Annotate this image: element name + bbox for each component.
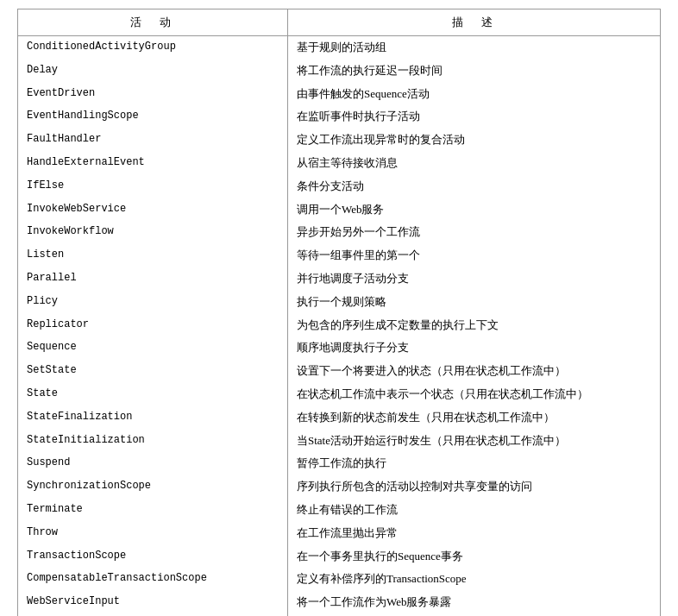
table-row: WebServiceInput将一个工作流作为Web服务暴露 <box>18 591 660 614</box>
activity-cell: Replicator <box>18 314 287 337</box>
description-cell: 终止有错误的工作流 <box>287 499 660 522</box>
activity-cell: WebServiceInput <box>18 591 287 614</box>
table-row: Throw在工作流里抛出异常 <box>18 522 660 545</box>
table-row: Terminate终止有错误的工作流 <box>18 499 660 522</box>
activity-cell: Suspend <box>18 452 287 475</box>
table-row: SynchronizationScope序列执行所包含的活动以控制对共享变量的访… <box>18 475 660 499</box>
table-row: StateInitialization当State活动开始运行时发生（只用在状态… <box>18 430 660 453</box>
table-row: IfElse条件分支活动 <box>18 175 660 198</box>
description-cell: 定义工作流出现异常时的复合活动 <box>287 129 660 152</box>
table-row: Parallel并行地调度子活动分支 <box>18 267 660 291</box>
activity-cell: Sequence <box>18 336 287 360</box>
table-row: TransactionScope在一个事务里执行的Sequence事务 <box>18 545 660 569</box>
activity-cell: ConditionedActivityGroup <box>18 36 287 60</box>
activity-cell: Parallel <box>18 267 287 291</box>
table-row: HandleExternalEvent从宿主等待接收消息 <box>18 152 660 175</box>
activity-cell: EventHandlingScope <box>18 105 287 129</box>
description-cell: 基于规则的活动组 <box>287 36 660 60</box>
header-activity: 活 动 <box>18 9 287 36</box>
description-cell: 暂停工作流的执行 <box>287 452 660 475</box>
table-row: EventHandlingScope在监听事件时执行子活动 <box>18 105 660 129</box>
description-cell: 等待一组事件里的第一个 <box>287 244 660 267</box>
table-row: ConditionedActivityGroup基于规则的活动组 <box>18 36 660 60</box>
description-cell: 在状态机工作流中表示一个状态（只用在状态机工作流中） <box>287 383 660 406</box>
table-row: Sequence顺序地调度执行子分支 <box>18 336 660 360</box>
table-row: Suspend暂停工作流的执行 <box>18 452 660 475</box>
description-cell: 设置下一个将要进入的状态（只用在状态机工作流中） <box>287 360 660 383</box>
table-row: Plicy执行一个规则策略 <box>18 291 660 314</box>
header-description: 描 述 <box>287 9 660 36</box>
description-cell: 在工作流里抛出异常 <box>287 522 660 545</box>
table-body: ConditionedActivityGroup基于规则的活动组Delay将工作… <box>18 36 660 617</box>
description-cell: 在转换到新的状态前发生（只用在状态机工作流中） <box>287 406 660 430</box>
table-row: StateFinalization在转换到新的状态前发生（只用在状态机工作流中） <box>18 406 660 430</box>
activity-cell: Delay <box>18 60 287 83</box>
description-cell: 异步开始另外一个工作流 <box>287 221 660 244</box>
description-cell: 条件分支活动 <box>287 175 660 198</box>
activity-cell: HandleExternalEvent <box>18 152 287 175</box>
table-row: Replicator为包含的序列生成不定数量的执行上下文 <box>18 314 660 337</box>
table-row: EventDriven由事件触发的Sequence活动 <box>18 83 660 106</box>
description-cell: 为包含的序列生成不定数量的执行上下文 <box>287 314 660 337</box>
activity-cell: StateFinalization <box>18 406 287 430</box>
activity-cell: InvokeWorkflow <box>18 221 287 244</box>
activity-cell: Terminate <box>18 499 287 522</box>
activity-cell: State <box>18 383 287 406</box>
description-cell: 将一个工作流作为Web服务暴露 <box>287 591 660 614</box>
table-row: Delay将工作流的执行延迟一段时间 <box>18 60 660 83</box>
activity-cell: IfElse <box>18 175 287 198</box>
activity-cell: EventDriven <box>18 83 287 106</box>
description-cell: 将工作流的执行延迟一段时间 <box>287 60 660 83</box>
activity-cell: TransactionScope <box>18 545 287 569</box>
description-cell: 由事件触发的Sequence活动 <box>287 83 660 106</box>
description-cell: 定义有补偿序列的TransactionScope <box>287 568 660 591</box>
main-table-container: 活 动 描 述 ConditionedActivityGroup基于规则的活动组… <box>17 9 661 616</box>
activity-cell: FaultHandler <box>18 129 287 152</box>
activity-cell: Listen <box>18 244 287 267</box>
table-header-row: 活 动 描 述 <box>18 9 660 36</box>
table-row: FaultHandler定义工作流出现异常时的复合活动 <box>18 129 660 152</box>
activity-cell: CompensatableTransactionScope <box>18 568 287 591</box>
description-cell: 并行地调度子活动分支 <box>287 267 660 291</box>
activity-cell: InvokeWebService <box>18 198 287 222</box>
description-cell: 调用一个Web服务 <box>287 198 660 222</box>
table-row: SetState设置下一个将要进入的状态（只用在状态机工作流中） <box>18 360 660 383</box>
description-cell: 在一个事务里执行的Sequence事务 <box>287 545 660 569</box>
activity-cell: SetState <box>18 360 287 383</box>
table-row: State在状态机工作流中表示一个状态（只用在状态机工作流中） <box>18 383 660 406</box>
activity-cell: StateInitialization <box>18 430 287 453</box>
activity-table: 活 动 描 述 ConditionedActivityGroup基于规则的活动组… <box>18 9 660 616</box>
description-cell: 当State活动开始运行时发生（只用在状态机工作流中） <box>287 430 660 453</box>
description-cell: 顺序地调度执行子分支 <box>287 336 660 360</box>
description-cell: 序列执行所包含的活动以控制对共享变量的访问 <box>287 475 660 499</box>
description-cell: 执行一个规则策略 <box>287 291 660 314</box>
activity-cell: SynchronizationScope <box>18 475 287 499</box>
table-row: InvokeWebService调用一个Web服务 <box>18 198 660 222</box>
description-cell: 从宿主等待接收消息 <box>287 152 660 175</box>
table-row: CompensatableTransactionScope定义有补偿序列的Tra… <box>18 568 660 591</box>
activity-cell: Plicy <box>18 291 287 314</box>
table-row: InvokeWorkflow异步开始另外一个工作流 <box>18 221 660 244</box>
activity-cell: Throw <box>18 522 287 545</box>
description-cell: 在监听事件时执行子活动 <box>287 105 660 129</box>
table-row: Listen等待一组事件里的第一个 <box>18 244 660 267</box>
